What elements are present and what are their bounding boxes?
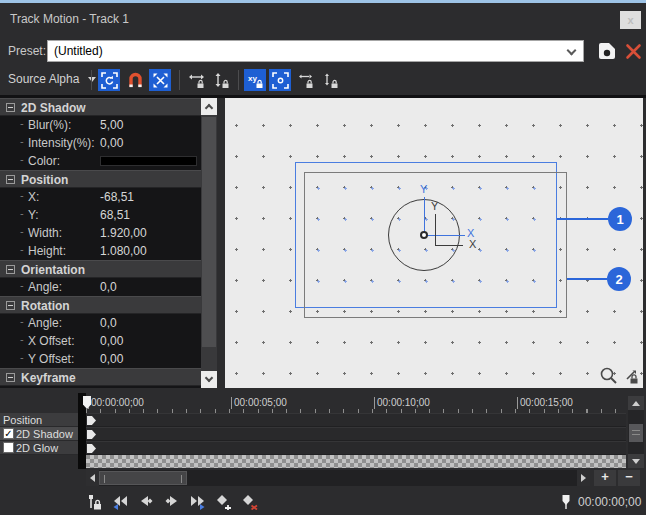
save-icon bbox=[596, 41, 618, 61]
first-keyframe-button[interactable] bbox=[110, 493, 130, 511]
scroll-up-button[interactable] bbox=[201, 98, 217, 115]
keyframe-marker[interactable] bbox=[87, 430, 96, 439]
prevent-movement-y-button[interactable] bbox=[210, 69, 232, 91]
ruler-label: 00:00:15;00 bbox=[517, 397, 573, 409]
prevent-movement-x-button[interactable] bbox=[185, 69, 207, 91]
motion-workspace[interactable]: Y Y X X 1 2 bbox=[225, 98, 643, 388]
titlebar[interactable]: Track Motion - Track 1 x bbox=[0, 6, 646, 33]
prop-value[interactable]: 5,00 bbox=[100, 118, 123, 132]
scroll-down-button[interactable] bbox=[201, 371, 217, 388]
prop-value[interactable]: -68,51 bbox=[100, 190, 134, 204]
ruler-label: 00:00:05;00 bbox=[231, 397, 287, 409]
checkbox-2d-glow[interactable] bbox=[3, 442, 14, 453]
center-point-handle[interactable] bbox=[420, 231, 428, 239]
scale-about-center-button[interactable] bbox=[269, 69, 291, 91]
scroll-down-button[interactable] bbox=[628, 454, 644, 468]
last-keyframe-button[interactable] bbox=[188, 493, 208, 511]
enable-snapping-button[interactable] bbox=[124, 69, 146, 91]
prop-row-width[interactable]: Width: 1.920,00 bbox=[0, 224, 201, 242]
scroll-right-button[interactable] bbox=[577, 470, 590, 486]
prop-value[interactable]: 0,00 bbox=[100, 352, 123, 366]
scrollbar-thumb[interactable] bbox=[99, 471, 187, 485]
prop-row-color[interactable]: Color: bbox=[0, 152, 201, 170]
enable-rotation-button[interactable] bbox=[98, 69, 120, 91]
edit-lock-button[interactable] bbox=[621, 366, 640, 385]
prevent-scaling-x-button[interactable] bbox=[294, 69, 316, 91]
time-ruler[interactable]: 00:00:00;00 00:00:05;00 00:00:10;00 00:0… bbox=[86, 396, 626, 414]
ruler-label: 00:00:10;00 bbox=[374, 397, 430, 409]
scrollbar-thumb[interactable] bbox=[202, 117, 216, 347]
track-label-position[interactable]: Position bbox=[0, 413, 78, 427]
zoom-in-button[interactable]: + bbox=[594, 470, 616, 486]
prop-row-intensity[interactable]: Intensity(%): 0,00 bbox=[0, 134, 201, 152]
delete-keyframe-button[interactable] bbox=[240, 493, 260, 511]
triangle-down-icon bbox=[632, 459, 640, 464]
prop-row-orientation-angle[interactable]: Angle: 0,0 bbox=[0, 278, 201, 296]
collapse-icon[interactable] bbox=[6, 301, 15, 310]
chevron-down-icon[interactable] bbox=[567, 46, 577, 56]
collapse-icon[interactable] bbox=[6, 265, 15, 274]
prop-row-blur[interactable]: Blur(%): 5,00 bbox=[0, 116, 201, 134]
scrollbar-thumb[interactable] bbox=[629, 424, 643, 442]
section-header-2d-shadow[interactable]: 2D Shadow bbox=[0, 98, 201, 116]
prop-value[interactable]: 1.920,00 bbox=[100, 226, 147, 240]
scale-vertical-lock-icon bbox=[322, 72, 339, 89]
prop-row-x-offset[interactable]: X Offset: 0,00 bbox=[0, 332, 201, 350]
section-header-position[interactable]: Position bbox=[0, 170, 201, 188]
timeline-horizontal-scrollbar[interactable] bbox=[86, 470, 590, 486]
prop-row-y[interactable]: Y: 68,51 bbox=[0, 206, 201, 224]
offset-axis-y-label: Y bbox=[431, 200, 438, 212]
prop-row-x[interactable]: X: -68,51 bbox=[0, 188, 201, 206]
scroll-left-button[interactable] bbox=[86, 470, 99, 486]
prop-label: Y Offset: bbox=[28, 352, 74, 366]
checkbox-2d-shadow[interactable]: ✓ bbox=[3, 428, 14, 439]
delete-preset-button[interactable] bbox=[625, 43, 642, 60]
prevent-scaling-y-button[interactable] bbox=[319, 69, 341, 91]
insert-keyframe-button[interactable] bbox=[214, 493, 234, 511]
next-keyframe-button[interactable] bbox=[162, 493, 182, 511]
prop-value[interactable]: 0,0 bbox=[100, 280, 117, 294]
arrow-vertical-lock-icon bbox=[213, 72, 230, 89]
transparency-strip bbox=[86, 455, 626, 468]
timeline-vertical-scrollbar[interactable] bbox=[628, 396, 644, 468]
sync-cursor-button[interactable] bbox=[84, 493, 104, 511]
keyframe-marker[interactable] bbox=[87, 444, 96, 453]
cursor-position-pin[interactable] bbox=[556, 493, 576, 511]
section-title: Rotation bbox=[21, 299, 70, 313]
color-swatch[interactable] bbox=[100, 156, 197, 166]
close-button[interactable]: x bbox=[620, 11, 641, 29]
prop-value[interactable]: 0,0 bbox=[100, 316, 117, 330]
section-header-keyframe[interactable]: Keyframe bbox=[0, 368, 201, 386]
prop-row-rotation-angle[interactable]: Angle: 0,0 bbox=[0, 314, 201, 332]
callout-badge-2: 2 bbox=[607, 267, 631, 291]
prop-row-y-offset[interactable]: Y Offset: 0,00 bbox=[0, 350, 201, 368]
edit-in-object-space-button[interactable] bbox=[149, 69, 171, 91]
properties-scrollbar[interactable] bbox=[201, 98, 217, 388]
track-label-2d-glow[interactable]: 2D Glow bbox=[0, 441, 78, 455]
zoom-tool-button[interactable] bbox=[599, 366, 618, 385]
previous-keyframe-button[interactable] bbox=[136, 493, 156, 511]
prop-row-height[interactable]: Height: 1.080,00 bbox=[0, 242, 201, 260]
source-alpha-dropdown[interactable]: Source Alpha bbox=[8, 72, 96, 86]
prop-value[interactable]: 0,00 bbox=[100, 334, 123, 348]
collapse-icon[interactable] bbox=[6, 103, 15, 112]
keyframe-marker[interactable] bbox=[87, 416, 96, 425]
collapse-icon[interactable] bbox=[6, 373, 15, 382]
keyframe-track-2d-glow[interactable] bbox=[86, 441, 626, 455]
keyframe-track-position[interactable] bbox=[86, 413, 626, 427]
preset-combobox[interactable]: (Untitled) bbox=[47, 40, 584, 62]
track-label-2d-shadow[interactable]: ✓ 2D Shadow bbox=[0, 427, 78, 441]
prop-label: Intensity(%): bbox=[28, 136, 95, 150]
prop-value[interactable]: 1.080,00 bbox=[100, 244, 147, 258]
section-header-orientation[interactable]: Orientation bbox=[0, 260, 201, 278]
zoom-out-button[interactable]: − bbox=[618, 470, 640, 486]
callout-line-1 bbox=[557, 218, 608, 220]
save-preset-button[interactable] bbox=[596, 41, 618, 61]
section-header-rotation[interactable]: Rotation bbox=[0, 296, 201, 314]
lock-aspect-ratio-button[interactable]: xy bbox=[244, 69, 266, 91]
keyframe-track-2d-shadow[interactable] bbox=[86, 427, 626, 441]
prop-value[interactable]: 68,51 bbox=[100, 208, 130, 222]
scroll-up-button[interactable] bbox=[628, 396, 644, 410]
collapse-icon[interactable] bbox=[6, 175, 15, 184]
prop-value[interactable]: 0,00 bbox=[100, 136, 123, 150]
